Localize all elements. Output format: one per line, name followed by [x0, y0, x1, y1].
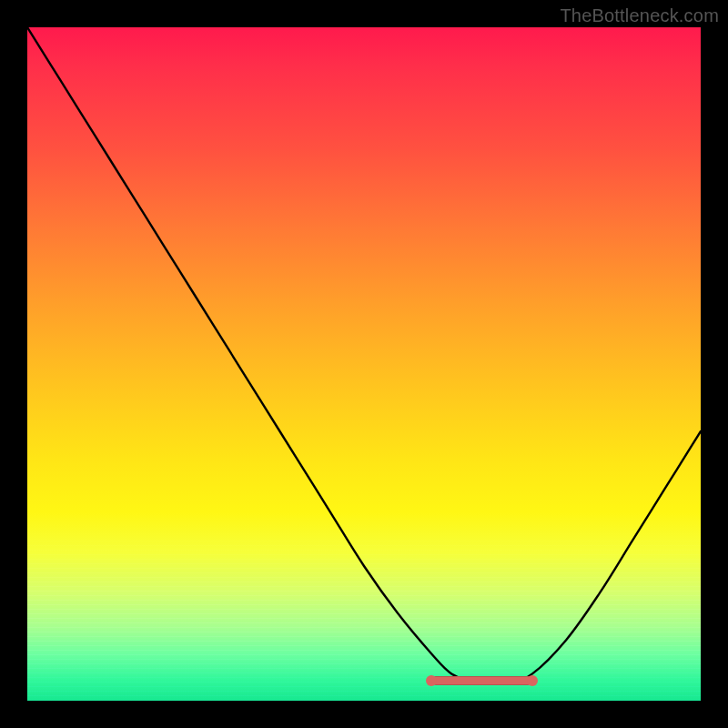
highlight-band [431, 676, 532, 685]
highlight-band-end-left [426, 675, 437, 686]
highlight-band-end-right [527, 675, 538, 686]
plot-area [27, 27, 701, 701]
chart-frame: TheBottleneck.com [0, 0, 728, 728]
bottleneck-curve [27, 27, 701, 681]
curve-svg [27, 27, 701, 701]
watermark-text: TheBottleneck.com [560, 5, 719, 26]
